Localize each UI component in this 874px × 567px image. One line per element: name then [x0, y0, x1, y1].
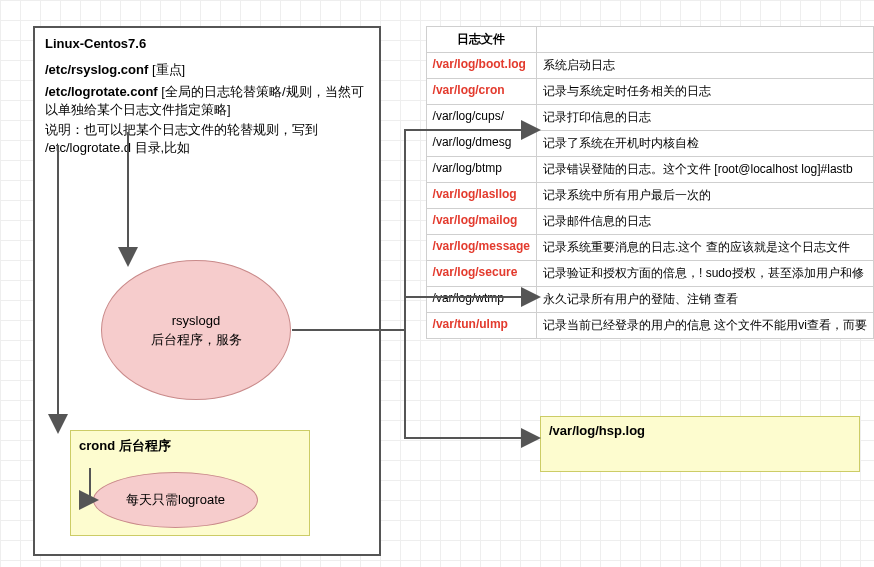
log-desc-cell: 记录了系统在开机时内核自检: [537, 131, 874, 157]
log-desc-cell: 系统启动日志: [537, 53, 874, 79]
crond-title: crond 后台程序: [79, 438, 171, 453]
crond-oval: 每天只需logroate: [93, 472, 258, 528]
log-table: 日志文件 /var/log/boot.log系统启动日志/var/log/cro…: [426, 26, 874, 339]
hsp-path: /var/log/hsp.log: [549, 423, 645, 438]
log-table-header: 日志文件: [426, 27, 536, 53]
log-desc-cell: 记录系统中所有用户最后一次的: [537, 183, 874, 209]
log-path-cell: /var/log/secure: [426, 261, 536, 287]
log-path-cell: /var/log/cron: [426, 79, 536, 105]
log-path-cell: /var/log/lasllog: [426, 183, 536, 209]
log-path-cell: /var/log/mailog: [426, 209, 536, 235]
log-path-cell: /var/log/btmp: [426, 157, 536, 183]
log-desc-cell: 记录当前已经登录的用户的信息 这个文件不能用vi查看，而要: [537, 313, 874, 339]
log-desc-cell: 永久记录所有用户的登陆、注销 查看: [537, 287, 874, 313]
table-row: /var/log/btmp记录错误登陆的日志。这个文件 [root@localh…: [426, 157, 873, 183]
log-desc-cell: 记录打印信息的日志: [537, 105, 874, 131]
log-desc-cell: 记录与系统定时任务相关的日志: [537, 79, 874, 105]
table-row: /var/log/boot.log系统启动日志: [426, 53, 873, 79]
table-row: /var/tun/ulmp记录当前已经登录的用户的信息 这个文件不能用vi查看，…: [426, 313, 873, 339]
cfg1-note: [重点]: [152, 62, 185, 77]
cfg1-path: /etc/rsyslog.conf: [45, 62, 152, 77]
log-path-cell: /var/log/message: [426, 235, 536, 261]
linux-title: Linux-Centos7.6: [45, 36, 369, 51]
table-row: /var/log/mailog记录邮件信息的日志: [426, 209, 873, 235]
rsyslogd-label1: rsyslogd: [151, 311, 242, 331]
cfg2-path: /etc/logrotate.conf: [45, 84, 161, 99]
rsyslogd-label2: 后台程序，服务: [151, 330, 242, 350]
rsyslogd-node: rsyslogd 后台程序，服务: [101, 260, 291, 400]
log-path-cell: /var/log/dmesg: [426, 131, 536, 157]
log-desc-cell: 记录系统重要消息的日志.这个 查的应该就是这个日志文件: [537, 235, 874, 261]
table-row: /var/log/wtmp永久记录所有用户的登陆、注销 查看: [426, 287, 873, 313]
crond-oval-label: 每天只需logroate: [126, 491, 225, 509]
log-path-cell: /var/log/wtmp: [426, 287, 536, 313]
log-desc-cell: 记录验证和授权方面的倍息，! sudo授权，甚至添加用户和修: [537, 261, 874, 287]
table-row: /var/log/secure记录验证和授权方面的倍息，! sudo授权，甚至添…: [426, 261, 873, 287]
table-row: /var/log/cron记录与系统定时任务相关的日志: [426, 79, 873, 105]
log-path-cell: /var/tun/ulmp: [426, 313, 536, 339]
table-row: /var/log/dmesg记录了系统在开机时内核自检: [426, 131, 873, 157]
log-path-cell: /var/log/cups/: [426, 105, 536, 131]
cfg-desc: 说明：也可以把某个日志文件的轮替规则，写到 /etc/logrotate.d 目…: [45, 121, 369, 157]
hsp-box: /var/log/hsp.log: [540, 416, 860, 472]
log-desc-cell: 记录邮件信息的日志: [537, 209, 874, 235]
table-row: /var/log/lasllog记录系统中所有用户最后一次的: [426, 183, 873, 209]
table-row: /var/log/cups/记录打印信息的日志: [426, 105, 873, 131]
cfg-line-2: /etc/logrotate.conf [全局的日志轮替策略/规则，当然可以单独…: [45, 83, 369, 119]
log-path-cell: /var/log/boot.log: [426, 53, 536, 79]
table-row: /var/log/message记录系统重要消息的日志.这个 查的应该就是这个日…: [426, 235, 873, 261]
log-desc-cell: 记录错误登陆的日志。这个文件 [root@localhost log]#last…: [537, 157, 874, 183]
cfg-line-1: /etc/rsyslog.conf [重点]: [45, 61, 369, 79]
